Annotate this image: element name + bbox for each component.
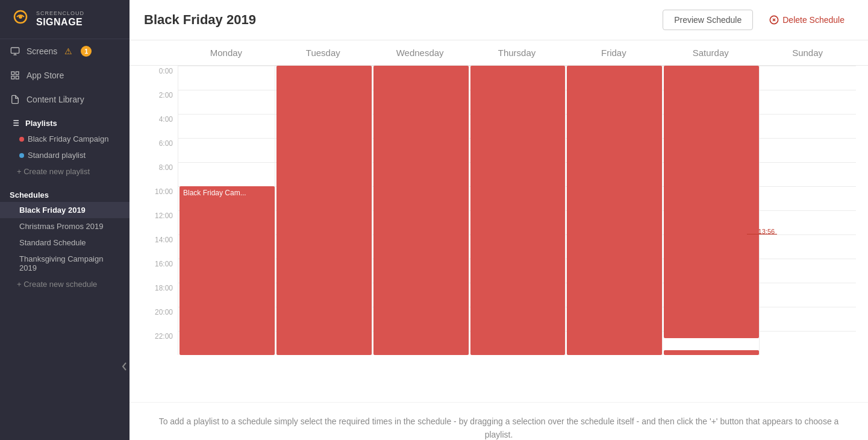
schedule-body[interactable]: 0:002:004:006:008:0010:0012:0014:0016:00…	[130, 66, 868, 355]
black-friday-campaign-label: Black Friday Campaign	[28, 134, 108, 143]
logo-screencloud-label: ScreenCloud	[36, 11, 84, 17]
sidebar-item-screens[interactable]: Screens ⚠ 1	[0, 39, 130, 63]
time-label: 14:00	[142, 234, 178, 259]
black-friday-campaign-dot	[19, 137, 24, 142]
grid-line	[760, 259, 856, 259]
time-label: 0:00	[142, 66, 178, 90]
time-label: 10:00	[142, 186, 178, 210]
logo-text: ScreenCloud SIGNAGE	[36, 11, 84, 27]
file-icon	[10, 94, 20, 105]
grid-line	[760, 66, 856, 66]
schedule-block[interactable]	[664, 66, 759, 338]
time-column: 0:002:004:006:008:0010:0012:0014:0016:00…	[142, 66, 178, 355]
header-actions: Preview Schedule Delete Schedule	[663, 10, 854, 30]
schedule-block[interactable]	[373, 66, 469, 355]
day-header-wednesday: Wednesday	[372, 48, 469, 58]
grid-line	[178, 138, 275, 139]
screens-label: Screens	[27, 46, 57, 56]
sidebar-item-content-library[interactable]: Content Library	[0, 87, 130, 112]
create-playlist-button[interactable]: + Create new playlist	[0, 163, 130, 180]
thanksgiving-2019-label: Thanksgiving Campaign 2019	[19, 254, 120, 272]
schedule-block[interactable]	[470, 66, 566, 355]
delete-schedule-button[interactable]: Delete Schedule	[760, 10, 854, 30]
sidebar-item-black-friday-2019[interactable]: Black Friday 2019	[0, 202, 130, 218]
svg-rect-7	[16, 76, 19, 79]
day-header-sunday: Sunday	[759, 48, 856, 58]
grid-line	[760, 307, 856, 307]
preview-schedule-button[interactable]: Preview Schedule	[663, 10, 753, 30]
sidebar-item-black-friday-campaign[interactable]: Black Friday Campaign	[0, 131, 130, 147]
schedule-block[interactable]: Black Friday Cam...	[180, 186, 275, 355]
footer-note: To add a playlist to a schedule simply s…	[130, 402, 868, 440]
grid-icon	[10, 70, 20, 81]
time-label: 4:00	[142, 114, 178, 138]
standard-playlist-dot	[19, 153, 24, 158]
day-headers: Monday Tuesday Wednesday Thursday Friday…	[130, 40, 868, 66]
playlists-section[interactable]: Playlists	[0, 112, 130, 131]
schedules-label: Schedules	[10, 190, 49, 200]
day-column-tuesday[interactable]	[275, 66, 372, 355]
monitor-icon	[10, 46, 20, 57]
grid-line	[760, 162, 856, 163]
grid-line	[178, 66, 275, 66]
day-column-thursday[interactable]	[469, 66, 566, 355]
schedule-grid: Monday Tuesday Wednesday Thursday Friday…	[130, 40, 868, 402]
time-label: 2:00	[142, 90, 178, 114]
schedule-block[interactable]	[567, 66, 662, 355]
day-column-sunday[interactable]	[759, 66, 856, 355]
page-header: Black Friday 2019 Preview Schedule Delet…	[130, 0, 868, 40]
sidebar: ScreenCloud SIGNAGE Screens ⚠ 1 App Stor…	[0, 0, 130, 440]
day-column-monday[interactable]: Black Friday Cam...	[178, 66, 275, 355]
current-time-line: 13:56	[747, 234, 777, 234]
time-label: 22:00	[142, 331, 178, 355]
sidebar-collapse-button[interactable]	[120, 354, 130, 379]
svg-rect-6	[16, 72, 19, 75]
page-title: Black Friday 2019	[144, 12, 256, 28]
sidebar-item-app-store[interactable]: App Store	[0, 63, 130, 87]
content-library-label: Content Library	[27, 95, 84, 104]
list-icon	[10, 118, 20, 128]
logo: ScreenCloud SIGNAGE	[0, 0, 130, 39]
screens-warn-icon: ⚠	[64, 46, 72, 56]
christmas-promos-2019-label: Christmas Promos 2019	[19, 222, 103, 231]
main-content: Black Friday 2019 Preview Schedule Delet…	[130, 0, 868, 440]
grid-line	[760, 186, 856, 187]
time-label: 16:00	[142, 259, 178, 283]
sidebar-item-standard-playlist[interactable]: Standard playlist	[0, 147, 130, 163]
day-header-friday: Friday	[565, 48, 662, 58]
time-label: 12:00	[142, 210, 178, 234]
day-column-friday[interactable]	[565, 66, 662, 355]
schedule-container[interactable]: Monday Tuesday Wednesday Thursday Friday…	[130, 40, 868, 440]
schedule-block[interactable]	[276, 66, 372, 355]
time-label: 6:00	[142, 138, 178, 162]
screens-badge: 1	[81, 46, 92, 57]
day-header-tuesday: Tuesday	[275, 48, 372, 58]
logo-signage-label: SIGNAGE	[36, 17, 84, 28]
schedule-block[interactable]	[664, 350, 759, 355]
day-header-saturday: Saturday	[662, 48, 759, 58]
playlists-label: Playlists	[25, 119, 57, 128]
sidebar-item-christmas-promos-2019[interactable]: Christmas Promos 2019	[0, 218, 130, 234]
grid-line	[760, 138, 856, 139]
grid-line	[178, 162, 275, 163]
sidebar-item-thanksgiving-2019[interactable]: Thanksgiving Campaign 2019	[0, 251, 130, 276]
svg-point-1	[19, 15, 22, 19]
day-header-monday: Monday	[178, 48, 275, 58]
delete-icon	[769, 15, 779, 25]
standard-playlist-label: Standard playlist	[28, 151, 86, 160]
create-schedule-button[interactable]: + Create new schedule	[0, 276, 130, 292]
standard-schedule-label: Standard Schedule	[19, 238, 86, 247]
grid-line	[760, 90, 856, 90]
grid-line	[760, 331, 856, 332]
time-label: 8:00	[142, 162, 178, 186]
day-column-wednesday[interactable]	[372, 66, 469, 355]
grid-line	[760, 210, 856, 211]
current-time-label: 13:56	[758, 228, 775, 235]
app-store-label: App Store	[27, 71, 64, 80]
day-header-thursday: Thursday	[469, 48, 566, 58]
grid-line	[178, 114, 275, 115]
grid-line	[760, 114, 856, 115]
sidebar-item-standard-schedule[interactable]: Standard Schedule	[0, 234, 130, 251]
day-column-saturday[interactable]	[662, 66, 759, 355]
time-label: 18:00	[142, 283, 178, 307]
